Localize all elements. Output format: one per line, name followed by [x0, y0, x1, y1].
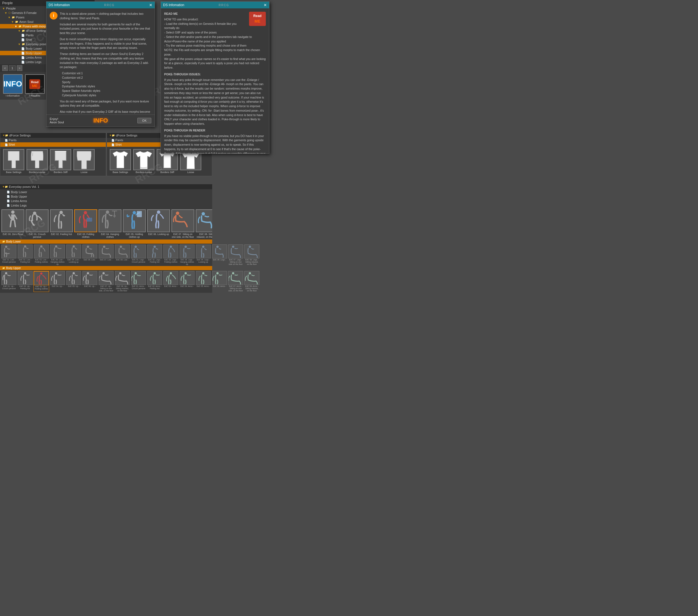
arms-thumb-7[interactable]: EdC 08. Arms - Sitting relaxed, on the f…	[244, 271, 260, 292]
bu-thumb-1[interactable]: EdC 02. Up - Feeling hot	[17, 271, 33, 292]
bl-thumb-2[interactable]: EdC 03. Low - Folding clothes	[33, 244, 49, 265]
bu-thumb-3[interactable]: EdC 04. Up -	[50, 271, 65, 292]
bu-thumb-4[interactable]: EdC 05. Up -	[66, 271, 82, 292]
arms-thumb-0[interactable]: EdC 01. Arms - Crouch pensive	[131, 271, 146, 292]
arms-label-2: EdC 03. Arms -	[164, 285, 177, 288]
folder-icon: ▼	[2, 7, 5, 10]
pose-item-6[interactable]: EdC 06. Looking up	[147, 209, 170, 238]
legs-thumb-box-2	[163, 244, 178, 258]
prev-page-button[interactable]: <	[2, 65, 8, 71]
subsection-bodylower[interactable]: 📄 Body Lower	[0, 190, 212, 194]
info-text-block: This is a stand-alone poses + clothing p…	[60, 12, 151, 114]
pose-thumb-5	[123, 209, 146, 232]
bu-thumb-2[interactable]: EdC 03. Up = Folding clothes	[33, 271, 49, 292]
bu-thumb-box-7	[115, 271, 130, 285]
figure-hanging-svg	[99, 210, 121, 232]
folder-icon: ▼	[18, 43, 21, 46]
svg-point-34	[5, 272, 7, 275]
dforce-left-thumbs: Base Settings Borders Loose Borders Stif…	[0, 147, 106, 176]
legs-label-1: EdC 02. Legs - Feeling hot	[147, 259, 163, 263]
folder-icon: ▼	[11, 20, 14, 24]
info-modal-close[interactable]: ✕	[149, 3, 152, 7]
folder4-icon: 📁	[18, 25, 22, 28]
figure-sitting2-svg	[196, 210, 212, 232]
bu-label-3: EdC 04. Up -	[52, 285, 63, 288]
dforce-loose-thumb[interactable]: Loose	[73, 149, 95, 173]
info-thumb-item[interactable]: INFO !-Information	[2, 74, 23, 97]
bl-thumb-3[interactable]: EdC 04. Low - Hanging clothes up	[50, 244, 65, 265]
pose-item-3[interactable]: EdC 03. Folding clothes	[74, 209, 97, 238]
body-upper-thumb-row: EdC 01. Up - Crouch pensive EdC 02. Up -…	[0, 270, 212, 293]
dforce-left-pants-item[interactable]: 📄 Pants	[0, 138, 106, 142]
arms-thumb-2[interactable]: EdC 03. Arms -	[163, 271, 179, 292]
bl-thumb-6[interactable]: EdC 07. Low -	[98, 244, 114, 265]
bu-thumb-0[interactable]: EdC 01. Up - Crouch pensive	[1, 271, 17, 292]
legs-thumb-6[interactable]: EdC 07. Legs - Sitting on one side on th…	[228, 244, 243, 265]
bl-thumb-5[interactable]: EdC 06. Low -	[82, 244, 98, 265]
next-page-button[interactable]: >	[17, 65, 22, 71]
subsection-limbslegs[interactable]: 📄 Limbs Legs	[0, 203, 212, 208]
svg-point-48	[232, 272, 234, 275]
dforce-left-folder-icon: ▼📁	[2, 134, 8, 137]
readme-thumb-item[interactable]: Read ME !-ReadMe	[24, 74, 45, 97]
pose-item-0[interactable]: EdC 00. Zero Pose	[1, 209, 25, 238]
svg-point-36	[40, 272, 42, 275]
bl-label-3: EdC 04. Low - Hanging clothes up	[50, 259, 65, 265]
legs-thumb-7[interactable]: EdC 08. Legs - Sitting relaxed, on the f…	[244, 244, 260, 265]
pose-item-2[interactable]: EdC 02. Feeling hot	[50, 209, 73, 238]
dforce-left-header: ▼📁 dForce Settings	[0, 133, 106, 138]
dforce-shirt-bl-thumb[interactable]: Borders Loose	[132, 149, 155, 173]
dforce-right-shirt-icon: 📄	[111, 143, 114, 146]
readme-modal-close[interactable]: ✕	[264, 3, 267, 7]
legs-thumb-2[interactable]: EdC 03. Legs - Folding clothes	[163, 244, 179, 265]
bl-section-icon: 📁	[2, 240, 5, 243]
dforce-borderloose-thumb[interactable]: Borders Loose	[26, 149, 48, 173]
legs-thumb-0[interactable]: EdC 01. Legs - Crouch pensive	[131, 244, 146, 265]
dforce-left-shirt-item[interactable]: 📄 Shirt	[0, 142, 106, 147]
bl-thumb-1[interactable]: EdC 02. Low - Feeling hot	[17, 244, 33, 265]
dforce-left-pants-icon: 📄	[5, 139, 8, 142]
info-circle-icon: i	[50, 12, 57, 19]
arms-thumb-3[interactable]: EdC 04. Arms -	[179, 271, 195, 292]
pose-item-1[interactable]: EdC 01. Crouch pensive	[25, 209, 49, 238]
bl-thumb-0[interactable]: EdC 01. Low - Crouch pensive	[1, 244, 17, 265]
bl-thumb-4[interactable]: EdC 05. Low - Looking up	[66, 244, 82, 265]
legs-thumb-1[interactable]: EdC 02. Legs - Feeling hot	[147, 244, 163, 265]
legs-thumb-5[interactable]: EdC 06. Legs -	[212, 244, 227, 265]
bl-thumb-box-0	[1, 244, 16, 258]
arms-thumb-5[interactable]: EdC 06. Arms -	[212, 271, 227, 292]
bl-thumb-7[interactable]: EdC 08. Low -	[114, 244, 130, 265]
svg-point-24	[103, 246, 105, 248]
info-ok-button[interactable]: OK	[137, 118, 151, 123]
subsection-limbsarms[interactable]: 📄 Limbs Arms	[0, 199, 212, 203]
bu-thumb-5[interactable]: EdC 06. Up -	[82, 271, 98, 292]
bl-thumb-box-1	[18, 244, 33, 258]
pose-item-5[interactable]: EdC 05. Holding clothes up	[123, 209, 146, 238]
pose-item-7[interactable]: EdC 07. Sitting on one side, on the floo…	[171, 209, 195, 238]
legs-thumb-4[interactable]: EdC 05. Legs - Looking up	[195, 244, 211, 265]
arms-thumb-4[interactable]: EdC 05. Arms -	[195, 271, 211, 292]
bl-thumb-box-3	[50, 244, 65, 258]
bu-label-1: EdC 02. Up - Feeling hot	[17, 285, 33, 290]
subsection-bodyupper[interactable]: 📄 Body Upper	[0, 194, 212, 199]
dforce-basesettings-thumb[interactable]: Base Settings	[2, 149, 25, 173]
dforce-shirt-base-label: Base Settings	[112, 171, 128, 173]
arms-label-1: EdC 02. Arms - Feeling hot	[147, 285, 163, 290]
arms-thumb-6[interactable]: EdC 07. Arms - Sitting on one side, on t…	[228, 271, 243, 292]
dforce-left-shirt-icon: 📄	[5, 143, 8, 146]
dforce-borderstiff-thumb[interactable]: Borders Stiff	[50, 149, 72, 173]
legs-thumb-3[interactable]: EdC 04. Legs - Hanging clothes up	[179, 244, 195, 265]
page-number-input[interactable]	[9, 65, 16, 71]
bu-thumb-box-4	[66, 271, 81, 285]
pose-thumb-0	[1, 209, 24, 232]
pose-item-8[interactable]: EdC 08. Sitting relaxed, on the floor	[195, 209, 212, 238]
arms-thumb-1[interactable]: EdC 02. Arms - Feeling hot	[147, 271, 163, 292]
dforce-shirt-base-thumb[interactable]: Base Settings	[109, 149, 131, 173]
info-icon-display: INFO	[3, 80, 22, 88]
pose-label-8: EdC 08. Sitting relaxed, on the floor	[195, 233, 212, 238]
bu-thumb-7[interactable]: EdC 08. Up - Sitting relaxed, on the flo…	[114, 271, 130, 292]
bl-label-6: EdC 07. Low -	[100, 259, 112, 261]
readme-logo-line1: Read	[31, 80, 39, 84]
pose-item-4[interactable]: EdC 04. Hanging clothes	[98, 209, 122, 238]
bu-thumb-6[interactable]: EdC 07. Up - Sitting on one side, on the…	[98, 271, 114, 292]
